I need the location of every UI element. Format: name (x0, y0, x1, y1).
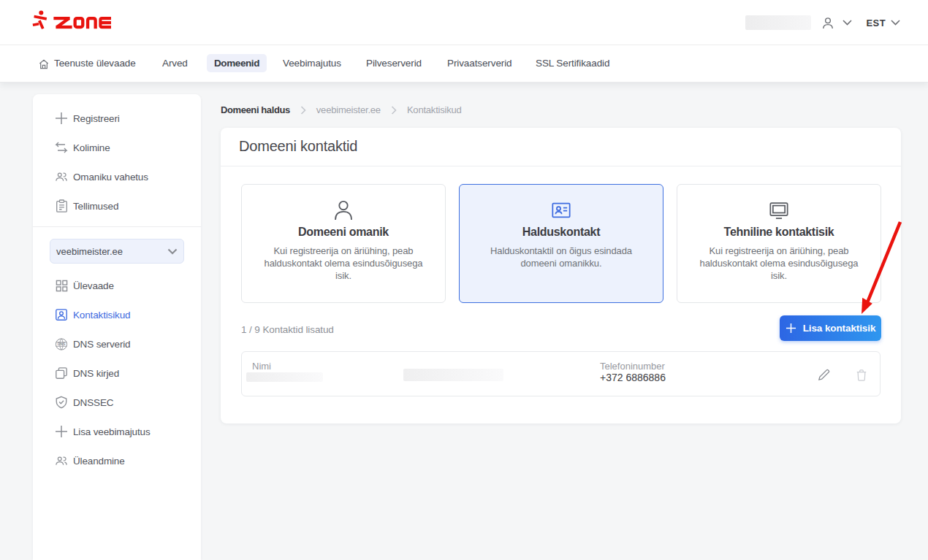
svg-text:DNS: DNS (58, 342, 66, 346)
